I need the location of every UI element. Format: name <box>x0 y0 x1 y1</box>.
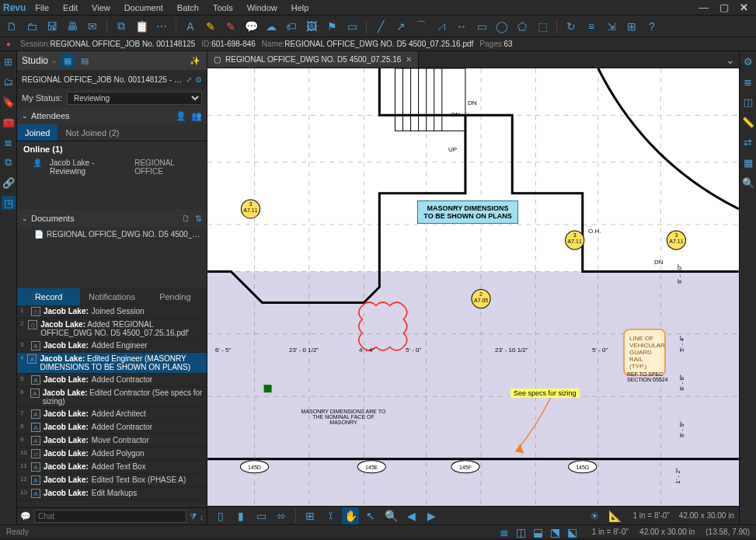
document-item[interactable]: 📄REGIONAL OFFICE_DWG NO. D5 4500_07.2… <box>17 227 207 242</box>
line-icon[interactable]: ╱ <box>372 18 389 35</box>
menu-edit[interactable]: Edit <box>63 3 78 12</box>
tab-notjoined[interactable]: Not Joined (2) <box>57 124 127 141</box>
record-row[interactable]: 10▱Jacob Lake: Added Polygon <box>17 448 207 461</box>
masonry-annotation[interactable]: MASONRY DIMENSIONS TO BE SHOWN ON PLANS <box>417 200 518 224</box>
panel3-icon[interactable]: ⬔ <box>547 524 564 541</box>
attendees-header[interactable]: ⌄ Attendees 👤 👥 <box>17 107 207 124</box>
more-icon[interactable]: ⋯ <box>153 18 170 35</box>
record-list[interactable]: 1◇Jacob Lake: Joined Session 2◇Jacob Lak… <box>17 305 207 507</box>
prev-page-icon[interactable]: ◀ <box>402 507 420 524</box>
email-icon[interactable]: ✉ <box>84 18 101 35</box>
print-icon[interactable]: 🖶 <box>64 18 81 35</box>
compare-icon[interactable]: ⇄ <box>741 135 755 149</box>
arc-icon[interactable]: ⌒ <box>413 18 430 35</box>
align-icon[interactable]: ≡ <box>583 18 600 35</box>
minimize-icon[interactable]: — <box>699 2 709 13</box>
record-row[interactable]: 1◇Jacob Lake: Joined Session <box>17 305 207 319</box>
rect2-icon[interactable]: ▭ <box>473 18 490 35</box>
measure-icon[interactable]: 📏 <box>741 115 755 129</box>
toolchest-icon[interactable]: 🧰 <box>2 115 16 129</box>
menu-batch[interactable]: Batch <box>177 3 199 12</box>
brightness-icon[interactable]: ☀ <box>586 507 603 524</box>
layers-icon[interactable]: ≣ <box>741 75 755 89</box>
properties-icon[interactable]: ≣ <box>2 135 16 149</box>
distribute-icon[interactable]: ⇲ <box>603 18 620 35</box>
snap-icon[interactable]: ⊞ <box>623 18 640 35</box>
alert-icon[interactable]: 👥 <box>191 111 202 121</box>
record-row[interactable]: 3AJacob Lake: Added Engineer <box>17 340 207 353</box>
record-row[interactable]: 6AJacob Lake: Edited Contractor (See spe… <box>17 387 207 408</box>
side-by-side-icon[interactable]: ▭ <box>253 507 270 524</box>
markups-icon[interactable]: ≣ <box>496 524 513 541</box>
spaces-icon[interactable]: ◫ <box>741 95 755 109</box>
sort-icon[interactable]: ⇅ <box>195 214 202 224</box>
document-tab[interactable]: ▢ REGIONAL OFFICE_DWG NO. D5 4500_07.25.… <box>207 51 419 68</box>
menu-document[interactable]: Document <box>124 3 163 12</box>
tab-pending[interactable]: Pending <box>144 288 207 305</box>
rotate-icon[interactable]: ↻ <box>563 18 580 35</box>
record-row[interactable]: 12AJacob Lake: Edited Text Box (PHASE A) <box>17 474 207 487</box>
expand-icon[interactable]: ⤢ <box>186 75 192 84</box>
ellipse-icon[interactable]: ◯ <box>493 18 510 35</box>
menu-window[interactable]: Window <box>247 3 277 12</box>
close-icon[interactable]: ✕ <box>740 2 748 13</box>
attendee-row[interactable]: 👤 Jacob Lake - Reviewing REGIONAL OFFICE <box>17 157 207 179</box>
text-icon[interactable]: A <box>182 18 199 35</box>
sets-icon[interactable]: ⧉ <box>2 155 16 169</box>
note-icon[interactable]: 💬 <box>242 18 260 35</box>
arrow-icon[interactable]: ↗ <box>392 18 409 35</box>
panel-icon[interactable]: ◫ <box>513 524 530 541</box>
new-icon[interactable]: 🗋 <box>3 18 20 35</box>
pan-icon[interactable]: ✋ <box>342 507 359 524</box>
drawing-canvas[interactable]: 3A7.11 3A7.11 3A7.11 2A7.05 145D 145E 14… <box>207 68 739 506</box>
record-row[interactable]: 11AJacob Lake: Added Text Box <box>17 461 207 474</box>
select-icon[interactable]: ↖ <box>362 507 379 524</box>
search-icon[interactable]: 🔍 <box>741 176 755 190</box>
record-row[interactable]: 9AJacob Lake: Move Contractor <box>17 434 207 448</box>
maximize-icon[interactable]: ▢ <box>719 2 729 13</box>
rect-icon[interactable]: ▭ <box>343 18 361 35</box>
add-doc-icon[interactable]: 🗋 <box>182 214 190 223</box>
sessions-view-icon[interactable]: ▦ <box>61 54 75 68</box>
next-page-icon[interactable]: ▶ <box>423 507 440 524</box>
polyline-icon[interactable]: ⩘ <box>433 18 450 35</box>
grid-icon[interactable]: ⊞ <box>301 507 319 524</box>
sort-icon[interactable]: ↓ <box>200 512 204 521</box>
menu-file[interactable]: File <box>35 3 49 12</box>
dimension-icon[interactable]: ↔ <box>453 18 470 35</box>
save-icon[interactable]: 🖫 <box>44 18 61 35</box>
settings-icon[interactable]: ⚙ <box>195 75 202 84</box>
specs-annotation[interactable]: See specs for sizing <box>510 388 580 398</box>
links-icon[interactable]: 🔗 <box>2 176 16 190</box>
flag-icon[interactable]: ⚑ <box>323 18 340 35</box>
pen-icon[interactable]: ✎ <box>222 18 239 35</box>
single-page-icon[interactable]: ▯ <box>212 507 229 524</box>
thumbnails-icon[interactable]: ⊞ <box>2 54 16 68</box>
file-access-icon[interactable]: 🗂 <box>2 75 16 89</box>
fit-width-icon[interactable]: ⬄ <box>273 507 290 524</box>
menu-view[interactable]: View <box>92 3 110 12</box>
tab-dropdown-icon[interactable]: ⌄ <box>722 51 739 68</box>
bookmarks-icon[interactable]: 🔖 <box>2 95 16 109</box>
panel2-icon[interactable]: ⬓ <box>530 524 547 541</box>
image-icon[interactable]: 🖼 <box>303 18 320 35</box>
continuous-icon[interactable]: ▮ <box>232 507 249 524</box>
cloud2-icon[interactable]: ⬚ <box>534 18 551 35</box>
projects-view-icon[interactable]: ▤ <box>78 54 92 68</box>
help-icon[interactable]: ? <box>643 18 660 35</box>
record-row[interactable]: 13AJacob Lake: Edit Markups <box>17 487 207 500</box>
menu-help[interactable]: Help <box>291 3 309 12</box>
guardrail-annotation[interactable]: LINE OF VEHICULAR GUARD RAIL (TYP.) <box>623 329 666 376</box>
documents-header[interactable]: ⌄ Documents 🗋 ⇅ <box>17 210 207 227</box>
wand-icon[interactable]: ✨ <box>188 54 202 68</box>
studio-icon[interactable]: ◳ <box>2 196 16 210</box>
polygon-icon[interactable]: ⬠ <box>514 18 531 35</box>
close-tab-icon[interactable]: ✕ <box>406 55 412 64</box>
scale-icon[interactable]: 📐 <box>606 507 623 524</box>
measure-icon[interactable]: ⟟ <box>322 507 339 524</box>
zoom-icon[interactable]: 🔍 <box>382 507 399 524</box>
paste-icon[interactable]: 📋 <box>133 18 150 35</box>
record-row[interactable]: 2◇Jacob Lake: Added 'REGIONAL OFFICE_DWG… <box>17 319 207 340</box>
cloud-icon[interactable]: ☁ <box>263 18 280 35</box>
open-icon[interactable]: 🗀 <box>23 18 40 35</box>
